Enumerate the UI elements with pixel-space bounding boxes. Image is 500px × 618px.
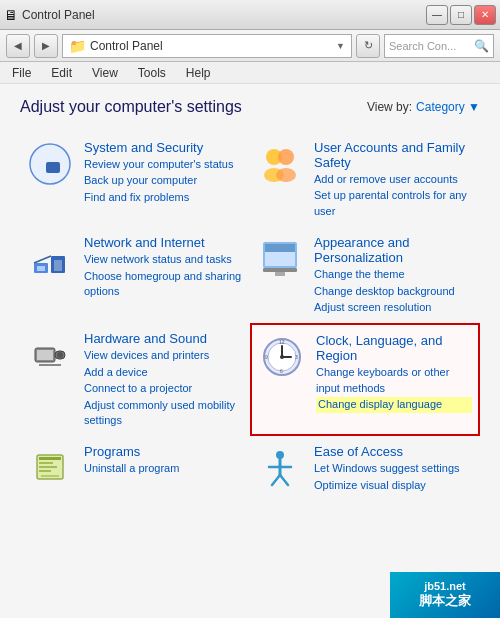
ease-of-access-link-1[interactable]: Optimize visual display	[314, 478, 474, 493]
svg-point-27	[280, 355, 284, 359]
appearance-link-2[interactable]: Adjust screen resolution	[314, 300, 474, 315]
appearance-content: Appearance and Personalization Change th…	[314, 235, 474, 315]
hardware-sound-name[interactable]: Hardware and Sound	[84, 331, 244, 346]
title-bar: 🖥 Control Panel — □ ✕	[0, 0, 500, 30]
svg-rect-35	[39, 466, 57, 468]
programs-link-0[interactable]: Uninstall a program	[84, 461, 244, 476]
network-internet-link-0[interactable]: View network status and tasks	[84, 252, 244, 267]
search-icon[interactable]: 🔍	[474, 39, 489, 53]
address-bar: ◀ ▶ 📁 Control Panel ▼ ↻ Search Con... 🔍	[0, 30, 500, 62]
menu-edit[interactable]: Edit	[47, 64, 76, 82]
search-box[interactable]: Search Con... 🔍	[384, 34, 494, 58]
menu-file[interactable]: File	[8, 64, 35, 82]
refresh-button[interactable]: ↻	[356, 34, 380, 58]
category-system-security: System and Security Review your computer…	[20, 132, 250, 227]
category-hardware-sound: Hardware and Sound View devices and prin…	[20, 323, 250, 436]
svg-line-41	[272, 475, 280, 485]
watermark-line1: jb51.net	[424, 580, 466, 592]
svg-line-12	[34, 256, 51, 263]
svg-text:12: 12	[279, 339, 285, 345]
watermark-line2: 脚本之家	[419, 592, 471, 610]
user-accounts-name[interactable]: User Accounts and Family Safety	[314, 140, 474, 170]
minimize-button[interactable]: —	[426, 5, 448, 25]
view-by-chevron-icon: ▼	[468, 100, 480, 114]
ease-of-access-name[interactable]: Ease of Access	[314, 444, 474, 459]
appearance-link-0[interactable]: Change the theme	[314, 267, 474, 282]
appearance-icon	[256, 235, 304, 283]
category-clock-language: 12 3 6 9 Clock, Language, and Region Cha…	[250, 323, 480, 436]
system-security-links: Review your computer's status Back up yo…	[84, 157, 244, 205]
hardware-sound-link-3[interactable]: Adjust commonly used mobility settings	[84, 398, 244, 429]
clock-language-name[interactable]: Clock, Language, and Region	[316, 333, 472, 363]
system-security-link-0[interactable]: Review your computer's status	[84, 157, 244, 172]
address-box[interactable]: 📁 Control Panel ▼	[62, 34, 352, 58]
svg-rect-15	[265, 244, 295, 252]
ease-of-access-content: Ease of Access Let Windows suggest setti…	[314, 444, 474, 493]
appearance-name[interactable]: Appearance and Personalization	[314, 235, 474, 265]
network-internet-links: View network status and tasks Choose hom…	[84, 252, 244, 299]
menu-view[interactable]: View	[88, 64, 122, 82]
user-accounts-link-1[interactable]: Set up parental controls for any user	[314, 188, 474, 219]
svg-point-21	[57, 352, 63, 358]
appearance-links: Change the theme Change desktop backgrou…	[314, 267, 474, 315]
svg-rect-33	[39, 457, 61, 460]
content-header: Adjust your computer's settings View by:…	[20, 98, 480, 116]
network-internet-content: Network and Internet View network status…	[84, 235, 244, 315]
category-user-accounts: User Accounts and Family Safety Add or r…	[250, 132, 480, 227]
svg-rect-17	[275, 272, 285, 276]
hardware-sound-links: View devices and printers Add a device C…	[84, 348, 244, 428]
svg-text:3: 3	[295, 354, 298, 360]
title-bar-buttons: — □ ✕	[426, 5, 496, 25]
category-programs: Programs Uninstall a program	[20, 436, 250, 501]
programs-links: Uninstall a program	[84, 461, 244, 476]
user-accounts-icon	[256, 140, 304, 188]
back-button[interactable]: ◀	[6, 34, 30, 58]
svg-rect-36	[39, 470, 51, 472]
maximize-button[interactable]: □	[450, 5, 472, 25]
view-by-label: View by:	[367, 100, 412, 114]
appearance-link-1[interactable]: Change desktop background	[314, 284, 474, 299]
clock-language-content: Clock, Language, and Region Change keybo…	[316, 333, 472, 426]
svg-point-7	[276, 168, 296, 182]
ease-of-access-links: Let Windows suggest settings Optimize vi…	[314, 461, 474, 493]
watermark: jb51.net 脚本之家	[390, 572, 500, 618]
clock-language-link-1[interactable]: Change display language	[316, 397, 472, 412]
network-internet-name[interactable]: Network and Internet	[84, 235, 244, 250]
hardware-sound-link-0[interactable]: View devices and printers	[84, 348, 244, 363]
svg-rect-10	[37, 266, 45, 271]
view-by-value[interactable]: Category ▼	[416, 100, 480, 114]
svg-rect-16	[263, 268, 297, 272]
categories-grid: System and Security Review your computer…	[20, 132, 480, 501]
system-security-icon	[26, 140, 74, 188]
forward-button[interactable]: ▶	[34, 34, 58, 58]
menu-tools[interactable]: Tools	[134, 64, 170, 82]
system-security-link-1[interactable]: Back up your computer	[84, 173, 244, 188]
svg-rect-11	[54, 260, 62, 271]
page-title: Adjust your computer's settings	[20, 98, 242, 116]
svg-text:6: 6	[280, 368, 283, 374]
category-network-internet: Network and Internet View network status…	[20, 227, 250, 323]
menu-help[interactable]: Help	[182, 64, 215, 82]
clock-language-link-0[interactable]: Change keyboards or other input methods	[316, 365, 472, 396]
close-button[interactable]: ✕	[474, 5, 496, 25]
address-dropdown-icon[interactable]: ▼	[336, 41, 345, 51]
system-security-name[interactable]: System and Security	[84, 140, 244, 155]
hardware-sound-link-2[interactable]: Connect to a projector	[84, 381, 244, 396]
user-accounts-link-0[interactable]: Add or remove user accounts	[314, 172, 474, 187]
content-area: Adjust your computer's settings View by:…	[0, 84, 500, 618]
ease-of-access-link-0[interactable]: Let Windows suggest settings	[314, 461, 474, 476]
network-internet-icon	[26, 235, 74, 283]
category-appearance: Appearance and Personalization Change th…	[250, 227, 480, 323]
ease-of-access-icon	[256, 444, 304, 492]
programs-name[interactable]: Programs	[84, 444, 244, 459]
svg-rect-34	[39, 462, 53, 464]
programs-icon	[26, 444, 74, 492]
hardware-sound-content: Hardware and Sound View devices and prin…	[84, 331, 244, 428]
hardware-sound-link-1[interactable]: Add a device	[84, 365, 244, 380]
system-security-link-2[interactable]: Find and fix problems	[84, 190, 244, 205]
svg-rect-19	[37, 350, 53, 360]
network-internet-link-1[interactable]: Choose homegroup and sharing options	[84, 269, 244, 300]
title-bar-left: 🖥 Control Panel	[4, 7, 95, 23]
programs-content: Programs Uninstall a program	[84, 444, 244, 493]
category-ease-of-access: Ease of Access Let Windows suggest setti…	[250, 436, 480, 501]
